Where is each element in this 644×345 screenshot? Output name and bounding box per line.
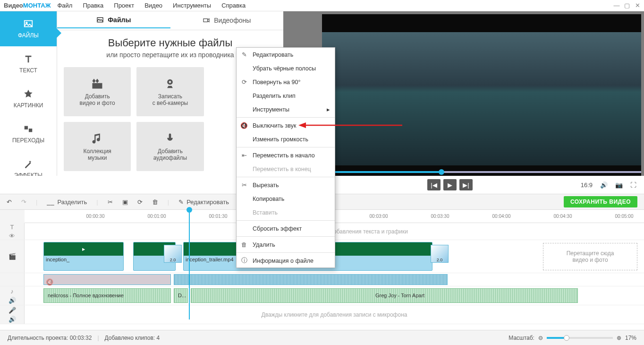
speaker-icon[interactable]: 🔊 bbox=[8, 316, 16, 323]
zoom-label: Масштаб: bbox=[508, 335, 534, 341]
split-button[interactable]: ⎯⎯ Разделить bbox=[47, 198, 87, 206]
sidebar-transitions[interactable]: ПЕРЕХОДЫ bbox=[0, 116, 57, 151]
zoom-in-button[interactable]: ⊕ bbox=[617, 335, 621, 341]
audio-clip-2[interactable]: Greg Joy - Torn Apart bbox=[191, 288, 578, 303]
volume-icon[interactable]: 🔊 bbox=[600, 181, 608, 189]
ctx-delete[interactable]: 🗑Удалить bbox=[237, 238, 335, 251]
sidebar-pictures[interactable]: КАРТИНКИ bbox=[0, 81, 57, 116]
menu-file[interactable]: Файл bbox=[57, 2, 72, 9]
clips-label: Добавлено клипов: bbox=[105, 335, 155, 341]
preview-pane bbox=[283, 11, 644, 190]
play-button[interactable]: ▶ bbox=[443, 179, 457, 190]
delete-button[interactable]: 🗑 bbox=[152, 198, 158, 206]
preview-scrubber[interactable] bbox=[285, 171, 641, 173]
image-icon bbox=[96, 16, 104, 24]
ctx-crop-bars[interactable]: Убрать чёрные полосы bbox=[237, 61, 335, 75]
transition-clip-2[interactable]: 2.0 bbox=[431, 245, 449, 263]
image-icon bbox=[23, 19, 34, 29]
ctx-reset-effect[interactable]: Сбросить эффект bbox=[237, 222, 335, 235]
scissors-icon: ✂ bbox=[240, 181, 248, 189]
tile-add-media[interactable]: Добавитьвидео и фото bbox=[64, 67, 131, 116]
minimize-button[interactable]: — bbox=[614, 3, 619, 9]
menu-project[interactable]: Проект bbox=[114, 2, 134, 9]
music-track: ♪🔊 neilcross - Полное вдохновение D... G… bbox=[0, 286, 644, 305]
context-menu: ✎Редактировать Убрать чёрные полосы ⟳Пов… bbox=[236, 47, 335, 268]
video-clip-1[interactable]: ▶inception_ bbox=[43, 242, 124, 271]
menu-tools[interactable]: Инструменты bbox=[173, 2, 211, 9]
sidebar-text-label: ТЕКСТ bbox=[19, 67, 37, 74]
status-bar: Длительность проекта: 00:03:32 | Добавле… bbox=[0, 330, 644, 345]
menu-video[interactable]: Видео bbox=[144, 2, 162, 9]
svg-rect-5 bbox=[203, 18, 208, 22]
ctx-copy[interactable]: Копировать bbox=[237, 192, 335, 206]
tab-backgrounds[interactable]: Видеофоны bbox=[170, 17, 284, 28]
tile-add-audio[interactable]: Добавитьаудиофайлы bbox=[136, 122, 203, 171]
drop-video-hint[interactable]: Перетащите сюдавидео и фото bbox=[543, 243, 637, 270]
mic-icon bbox=[163, 132, 177, 145]
next-button[interactable]: ▶| bbox=[459, 179, 473, 190]
playhead[interactable] bbox=[189, 210, 190, 319]
music-track-icon: ♪ bbox=[10, 288, 14, 295]
menu-help[interactable]: Справка bbox=[221, 2, 246, 9]
zoom-slider[interactable] bbox=[547, 337, 613, 339]
close-button[interactable]: ✕ bbox=[635, 3, 640, 9]
transition-clip-1[interactable]: 2.0 bbox=[164, 245, 182, 263]
clip-audio-1[interactable]: 🔇 bbox=[43, 274, 171, 285]
mic-track-icon: 🎤 bbox=[8, 307, 16, 314]
edit-button[interactable]: ✎ Редактировать bbox=[178, 198, 229, 206]
aspect-ratio-label[interactable]: 16:9 bbox=[581, 181, 593, 189]
rotate-button[interactable]: ⟳ bbox=[137, 198, 143, 206]
info-icon: ⓘ bbox=[240, 257, 248, 265]
music-track-body[interactable]: neilcross - Полное вдохновение D... Greg… bbox=[25, 286, 644, 305]
save-video-button[interactable]: СОХРАНИТЬ ВИДЕО bbox=[564, 196, 637, 207]
sidebar-text[interactable]: ТЕКСТ bbox=[0, 46, 57, 81]
redo-button[interactable]: ↷ bbox=[21, 198, 26, 206]
ctx-paste: Вставить bbox=[237, 206, 335, 219]
tile-music-collection[interactable]: Коллекциямузыки bbox=[64, 122, 131, 171]
clip-audio-body[interactable]: 🔇 bbox=[25, 273, 644, 286]
rotate-icon: ⟳ bbox=[240, 78, 248, 86]
zoom-value: 17% bbox=[625, 335, 636, 341]
transitions-icon bbox=[23, 124, 34, 134]
clip-audio-2[interactable] bbox=[174, 274, 448, 285]
zoom-out-button[interactable]: ⊖ bbox=[538, 335, 543, 341]
pencil-icon: ✎ bbox=[240, 51, 248, 59]
tile-record-webcam[interactable]: Записатьс веб-камеры bbox=[136, 67, 203, 116]
audio-clip-1[interactable]: neilcross - Полное вдохновение bbox=[43, 288, 171, 303]
ctx-edit[interactable]: ✎Редактировать bbox=[237, 48, 335, 61]
eye-icon[interactable]: 👁 bbox=[9, 233, 15, 240]
ctx-mute[interactable]: 🔇Выключить звук bbox=[237, 119, 335, 132]
mic-track: 🎤🔊 Дважды кликните для добавления записи… bbox=[0, 305, 644, 324]
ctx-split[interactable]: Разделить клип bbox=[237, 89, 335, 103]
ctx-cut[interactable]: ✂Вырезать bbox=[237, 178, 335, 192]
mic-track-body[interactable]: Дважды кликните для добавления записи с … bbox=[25, 305, 644, 324]
ctx-move-start[interactable]: ⇤Переместить в начало bbox=[237, 148, 335, 162]
maximize-button[interactable]: ▢ bbox=[624, 3, 630, 9]
audio-clip-1b[interactable]: D... bbox=[174, 288, 188, 303]
app-logo: ВидеоМОНТАЖ bbox=[4, 2, 51, 9]
mute-icon: 🔇 bbox=[240, 122, 248, 129]
svg-rect-3 bbox=[29, 129, 32, 132]
ctx-info[interactable]: ⓘИнформация о файле bbox=[237, 254, 335, 267]
prev-button[interactable]: |◀ bbox=[427, 179, 441, 190]
svg-rect-2 bbox=[25, 126, 28, 129]
ctx-volume[interactable]: Изменить громкость bbox=[237, 132, 335, 146]
tab-files[interactable]: Файлы bbox=[57, 16, 170, 28]
ctx-rotate[interactable]: ⟳Повернуть на 90° bbox=[237, 75, 335, 89]
wand-icon bbox=[23, 159, 34, 169]
cut-button[interactable]: ✂ bbox=[108, 198, 113, 206]
menu-edit[interactable]: Правка bbox=[83, 2, 103, 9]
undo-button[interactable]: ↶ bbox=[7, 198, 12, 206]
snapshot-icon[interactable]: 📷 bbox=[615, 181, 623, 189]
crop-button[interactable]: ▣ bbox=[122, 198, 128, 206]
speaker-icon[interactable]: 🔊 bbox=[8, 297, 16, 304]
clapper-icon bbox=[91, 77, 104, 90]
fullscreen-icon[interactable]: ⛶ bbox=[630, 181, 636, 189]
sidebar-files[interactable]: ФАЙЛЫ bbox=[0, 11, 57, 46]
svg-point-7 bbox=[169, 81, 171, 83]
preview-video[interactable] bbox=[322, 14, 641, 183]
move-start-icon: ⇤ bbox=[240, 152, 248, 159]
text-track-icon: T bbox=[10, 224, 14, 231]
left-sidebar: ФАЙЛЫ ТЕКСТ КАРТИНКИ ПЕРЕХОДЫ ЭФФЕКТЫ bbox=[0, 11, 57, 190]
ctx-instruments[interactable]: Инструменты▸ bbox=[237, 103, 335, 116]
